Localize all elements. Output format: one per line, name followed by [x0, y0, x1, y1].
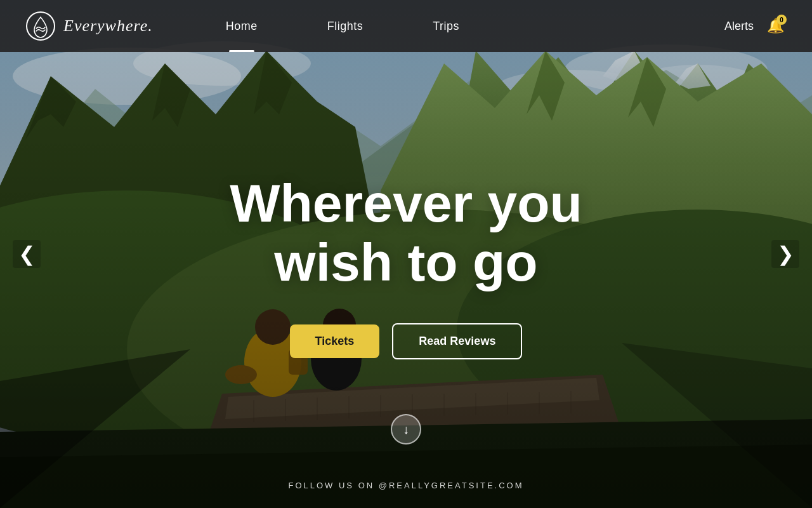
carousel-prev-button[interactable]: ❮ [13, 240, 41, 268]
svg-point-45 [27, 12, 55, 40]
nav-right: Alerts 🔔 0 [724, 15, 787, 37]
hero-section: Everywhere. Home Flights Trips Alerts 🔔 … [0, 0, 812, 508]
brand[interactable]: Everywhere. [25, 11, 153, 41]
nav-home[interactable]: Home [191, 0, 292, 52]
nav-links: Home Flights Trips [191, 0, 724, 52]
notification-bell[interactable]: 🔔 0 [764, 15, 787, 37]
scroll-down-button[interactable]: ↓ [391, 414, 421, 444]
notification-badge: 0 [776, 15, 787, 25]
alerts-label: Alerts [724, 20, 754, 33]
arrow-down-icon: ↓ [403, 422, 409, 437]
nav-flights[interactable]: Flights [292, 0, 398, 52]
nav-trips[interactable]: Trips [398, 0, 494, 52]
carousel-next-button[interactable]: ❯ [771, 240, 799, 268]
chevron-right-icon: ❯ [777, 242, 794, 266]
hero-title: Wherever you wish to go [230, 174, 582, 291]
navbar: Everywhere. Home Flights Trips Alerts 🔔 … [0, 0, 812, 52]
brand-name: Everywhere. [63, 17, 153, 36]
read-reviews-button[interactable]: Read Reviews [392, 323, 522, 359]
tickets-button[interactable]: Tickets [290, 324, 380, 358]
hero-footer-text: FOLLOW US ON @REALLYGREATSITE.COM [288, 481, 523, 490]
hero-buttons: Tickets Read Reviews [290, 323, 523, 359]
chevron-left-icon: ❮ [18, 242, 36, 266]
brand-logo [25, 11, 56, 41]
